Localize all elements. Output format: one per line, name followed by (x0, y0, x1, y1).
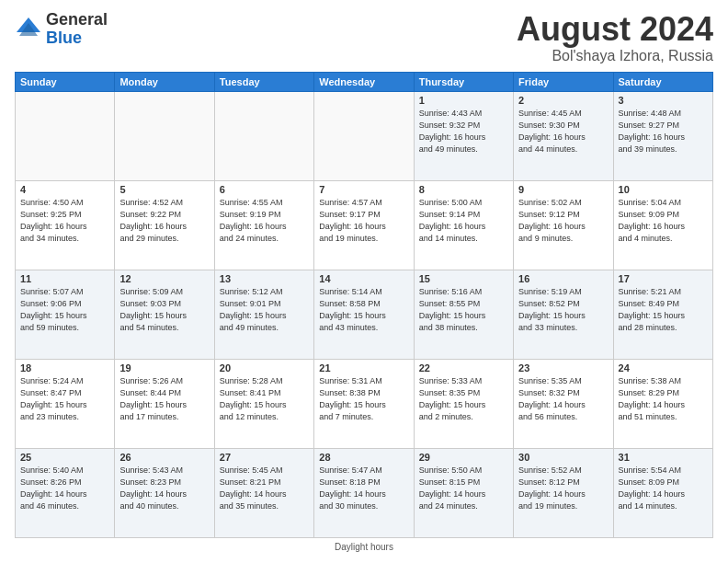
footer-note: Daylight hours (15, 542, 713, 552)
day-info: Sunrise: 4:45 AM Sunset: 9:30 PM Dayligh… (518, 108, 608, 155)
day-cell: 11Sunrise: 5:07 AM Sunset: 9:06 PM Dayli… (16, 270, 115, 359)
day-cell: 24Sunrise: 5:38 AM Sunset: 8:29 PM Dayli… (613, 359, 712, 448)
day-cell: 2Sunrise: 4:45 AM Sunset: 9:30 PM Daylig… (514, 91, 613, 180)
day-info: Sunrise: 5:19 AM Sunset: 8:52 PM Dayligh… (518, 286, 608, 334)
day-cell: 9Sunrise: 5:02 AM Sunset: 9:12 PM Daylig… (514, 180, 613, 270)
day-info: Sunrise: 5:14 AM Sunset: 8:58 PM Dayligh… (319, 286, 408, 334)
day-info: Sunrise: 5:47 AM Sunset: 8:18 PM Dayligh… (319, 465, 408, 512)
month-title: August 2024 (517, 11, 713, 48)
logo: General Blue (15, 11, 108, 48)
page: General Blue August 2024 Bol'shaya Izhor… (0, 0, 728, 563)
week-row-1: 1Sunrise: 4:43 AM Sunset: 9:32 PM Daylig… (16, 91, 713, 180)
day-cell: 7Sunrise: 4:57 AM Sunset: 9:17 PM Daylig… (314, 180, 414, 270)
day-info: Sunrise: 5:33 AM Sunset: 8:35 PM Dayligh… (419, 375, 508, 423)
day-info: Sunrise: 4:55 AM Sunset: 9:19 PM Dayligh… (220, 197, 309, 245)
day-number: 1 (419, 95, 508, 106)
day-cell: 20Sunrise: 5:28 AM Sunset: 8:41 PM Dayli… (214, 359, 313, 448)
col-header-saturday: Saturday (613, 72, 712, 91)
col-header-monday: Monday (115, 72, 214, 91)
day-number: 15 (419, 273, 508, 284)
day-info: Sunrise: 5:16 AM Sunset: 8:55 PM Dayligh… (419, 286, 508, 334)
day-number: 23 (518, 362, 608, 373)
day-number: 30 (518, 452, 608, 463)
day-number: 25 (20, 452, 109, 463)
day-cell: 10Sunrise: 5:04 AM Sunset: 9:09 PM Dayli… (613, 180, 712, 270)
day-cell: 25Sunrise: 5:40 AM Sunset: 8:26 PM Dayli… (16, 448, 115, 537)
col-header-thursday: Thursday (414, 72, 513, 91)
day-info: Sunrise: 4:50 AM Sunset: 9:25 PM Dayligh… (20, 197, 109, 245)
day-info: Sunrise: 5:31 AM Sunset: 8:38 PM Dayligh… (319, 375, 408, 423)
day-cell: 16Sunrise: 5:19 AM Sunset: 8:52 PM Dayli… (514, 270, 613, 359)
day-info: Sunrise: 5:09 AM Sunset: 9:03 PM Dayligh… (119, 286, 209, 334)
day-info: Sunrise: 5:38 AM Sunset: 8:29 PM Dayligh… (619, 375, 708, 423)
day-info: Sunrise: 4:43 AM Sunset: 9:32 PM Dayligh… (419, 108, 508, 155)
location: Bol'shaya Izhora, Russia (517, 48, 713, 64)
day-number: 7 (319, 184, 408, 195)
day-cell (214, 91, 313, 180)
day-cell: 5Sunrise: 4:52 AM Sunset: 9:22 PM Daylig… (115, 180, 214, 270)
day-info: Sunrise: 5:26 AM Sunset: 8:44 PM Dayligh… (119, 375, 209, 423)
day-info: Sunrise: 5:02 AM Sunset: 9:12 PM Dayligh… (518, 197, 608, 245)
day-cell (16, 91, 115, 180)
day-number: 14 (319, 273, 408, 284)
day-cell: 27Sunrise: 5:45 AM Sunset: 8:21 PM Dayli… (214, 448, 313, 537)
header: General Blue August 2024 Bol'shaya Izhor… (15, 11, 713, 64)
day-cell: 14Sunrise: 5:14 AM Sunset: 8:58 PM Dayli… (314, 270, 414, 359)
day-cell: 17Sunrise: 5:21 AM Sunset: 8:49 PM Dayli… (613, 270, 712, 359)
day-number: 6 (220, 184, 309, 195)
day-cell: 12Sunrise: 5:09 AM Sunset: 9:03 PM Dayli… (115, 270, 214, 359)
day-cell: 13Sunrise: 5:12 AM Sunset: 9:01 PM Dayli… (214, 270, 313, 359)
day-info: Sunrise: 5:07 AM Sunset: 9:06 PM Dayligh… (20, 286, 109, 334)
logo-general: General (46, 11, 108, 29)
week-row-5: 25Sunrise: 5:40 AM Sunset: 8:26 PM Dayli… (16, 448, 713, 537)
calendar-header-row: SundayMondayTuesdayWednesdayThursdayFrid… (16, 72, 713, 91)
day-cell: 21Sunrise: 5:31 AM Sunset: 8:38 PM Dayli… (314, 359, 414, 448)
day-number: 9 (518, 184, 608, 195)
day-cell: 23Sunrise: 5:35 AM Sunset: 8:32 PM Dayli… (514, 359, 613, 448)
day-number: 29 (419, 452, 508, 463)
day-info: Sunrise: 5:04 AM Sunset: 9:09 PM Dayligh… (619, 197, 708, 245)
day-cell: 30Sunrise: 5:52 AM Sunset: 8:12 PM Dayli… (514, 448, 613, 537)
day-cell: 8Sunrise: 5:00 AM Sunset: 9:14 PM Daylig… (414, 180, 513, 270)
day-number: 27 (220, 452, 309, 463)
day-number: 10 (619, 184, 708, 195)
col-header-friday: Friday (514, 72, 613, 91)
day-info: Sunrise: 5:24 AM Sunset: 8:47 PM Dayligh… (20, 375, 109, 423)
day-number: 12 (119, 273, 209, 284)
day-info: Sunrise: 5:50 AM Sunset: 8:15 PM Dayligh… (419, 465, 508, 512)
week-row-2: 4Sunrise: 4:50 AM Sunset: 9:25 PM Daylig… (16, 180, 713, 270)
col-header-sunday: Sunday (16, 72, 115, 91)
day-info: Sunrise: 5:28 AM Sunset: 8:41 PM Dayligh… (220, 375, 309, 423)
day-cell (115, 91, 214, 180)
day-cell: 29Sunrise: 5:50 AM Sunset: 8:15 PM Dayli… (414, 448, 513, 537)
day-number: 16 (518, 273, 608, 284)
day-number: 2 (518, 95, 608, 106)
day-cell: 3Sunrise: 4:48 AM Sunset: 9:27 PM Daylig… (613, 91, 712, 180)
day-info: Sunrise: 5:21 AM Sunset: 8:49 PM Dayligh… (619, 286, 708, 334)
day-number: 8 (419, 184, 508, 195)
day-info: Sunrise: 5:52 AM Sunset: 8:12 PM Dayligh… (518, 465, 608, 512)
day-cell: 22Sunrise: 5:33 AM Sunset: 8:35 PM Dayli… (414, 359, 513, 448)
day-number: 31 (619, 452, 708, 463)
day-number: 3 (619, 95, 708, 106)
day-info: Sunrise: 5:54 AM Sunset: 8:09 PM Dayligh… (619, 465, 708, 512)
day-info: Sunrise: 4:57 AM Sunset: 9:17 PM Dayligh… (319, 197, 408, 245)
day-number: 18 (20, 362, 109, 373)
day-cell: 26Sunrise: 5:43 AM Sunset: 8:23 PM Dayli… (115, 448, 214, 537)
day-cell: 15Sunrise: 5:16 AM Sunset: 8:55 PM Dayli… (414, 270, 513, 359)
day-info: Sunrise: 5:12 AM Sunset: 9:01 PM Dayligh… (220, 286, 309, 334)
day-info: Sunrise: 5:00 AM Sunset: 9:14 PM Dayligh… (419, 197, 508, 245)
day-info: Sunrise: 4:48 AM Sunset: 9:27 PM Dayligh… (619, 108, 708, 155)
logo-text: General Blue (46, 11, 108, 48)
day-number: 22 (419, 362, 508, 373)
day-cell: 28Sunrise: 5:47 AM Sunset: 8:18 PM Dayli… (314, 448, 414, 537)
day-number: 19 (119, 362, 209, 373)
day-info: Sunrise: 5:45 AM Sunset: 8:21 PM Dayligh… (220, 465, 309, 512)
week-row-3: 11Sunrise: 5:07 AM Sunset: 9:06 PM Dayli… (16, 270, 713, 359)
logo-blue: Blue (46, 29, 108, 48)
day-cell: 19Sunrise: 5:26 AM Sunset: 8:44 PM Dayli… (115, 359, 214, 448)
day-number: 20 (220, 362, 309, 373)
day-cell: 1Sunrise: 4:43 AM Sunset: 9:32 PM Daylig… (414, 91, 513, 180)
day-cell: 4Sunrise: 4:50 AM Sunset: 9:25 PM Daylig… (16, 180, 115, 270)
day-cell: 31Sunrise: 5:54 AM Sunset: 8:09 PM Dayli… (613, 448, 712, 537)
